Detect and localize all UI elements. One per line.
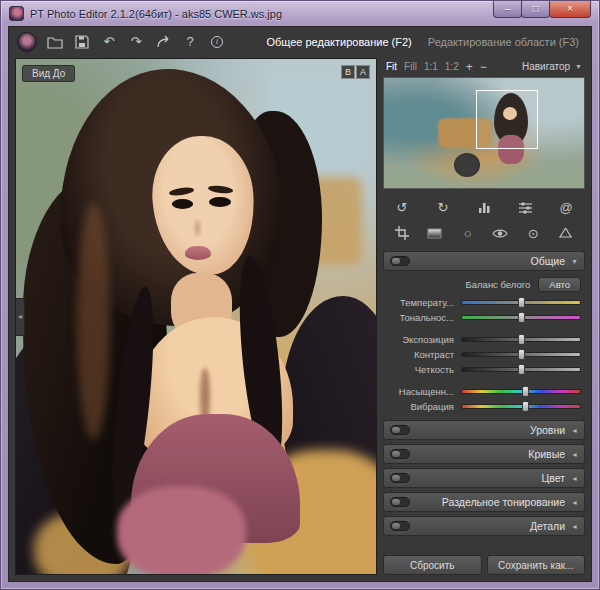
before-button[interactable]: B [341, 65, 355, 79]
share-icon[interactable] [154, 33, 172, 51]
levels-title: Уровни [530, 424, 565, 436]
navigator-thumbnail[interactable] [383, 77, 585, 189]
window-controls: – □ × [494, 1, 591, 18]
app-icon [9, 6, 24, 21]
chevron-down-icon: ▼ [575, 63, 582, 70]
temperature-track[interactable] [461, 300, 581, 305]
contrast-thumb[interactable] [518, 349, 525, 360]
split-toning-toggle-switch[interactable] [390, 497, 410, 507]
general-body: Баланс белого Авто Температу... Тонально… [383, 271, 585, 416]
temperature-label: Температу... [385, 297, 461, 308]
section-levels[interactable]: Уровни ◄ [383, 420, 585, 440]
vignette-icon[interactable]: ○ [456, 223, 480, 243]
tint-thumb[interactable] [518, 312, 525, 323]
temperature-thumb[interactable] [518, 297, 525, 308]
details-toggle-switch[interactable] [390, 521, 410, 531]
section-split-toning[interactable]: Раздельное тонирование ◄ [383, 492, 585, 512]
rotate-right-icon[interactable]: ↻ [431, 197, 455, 217]
left-panel-collapse-handle[interactable]: ◄ [16, 298, 25, 336]
minimize-button[interactable]: – [493, 1, 522, 18]
chevron-left-icon: ◄ [571, 475, 578, 482]
tab-general-editing[interactable]: Общее редактирование (F2) [266, 36, 411, 48]
general-title: Общие [531, 255, 566, 267]
save-icon[interactable] [73, 33, 91, 51]
details-title: Детали [530, 520, 565, 532]
clarity-label: Четкость [385, 364, 461, 375]
photo-canvas [16, 59, 376, 574]
slider-tint: Тональнос... [385, 310, 581, 325]
client-area: ↶ ↷ ? i Общее редактирование (F2) Редакт… [8, 26, 592, 582]
tool-row-retouch: ○ ⊙ [383, 221, 585, 245]
contrast-label: Контраст [385, 349, 461, 360]
undo-icon[interactable]: ↶ [100, 33, 118, 51]
levels-toggle-switch[interactable] [390, 425, 410, 435]
toolbar: ↶ ↷ ? i Общее редактирование (F2) Редакт… [9, 27, 591, 56]
tool-row-transform: ↺ ↻ @ [383, 195, 585, 219]
chevron-left-icon: ◄ [571, 451, 578, 458]
section-color[interactable]: Цвет ◄ [383, 468, 585, 488]
after-button[interactable]: A [356, 65, 370, 79]
zoom-1-2-button[interactable]: 1:2 [445, 61, 459, 72]
auto-white-balance-button[interactable]: Авто [538, 277, 581, 292]
right-panel: Fit Fill 1:1 1:2 + − Навигатор ▼ [383, 58, 585, 575]
zoom-in-button[interactable]: + [466, 61, 473, 73]
white-balance-label: Баланс белого [466, 279, 531, 290]
exposure-track[interactable] [461, 337, 581, 342]
vibrance-thumb[interactable] [522, 401, 529, 412]
zoom-fit-button[interactable]: Fit [386, 61, 397, 72]
main-area: Вид До B A ◄ Fit Fill 1:1 1:2 + − Навиг [9, 56, 591, 581]
tab-area-editing[interactable]: Редактирование области (F3) [428, 36, 579, 48]
footer-buttons: Сбросить Сохранить как... [383, 549, 585, 575]
redo-icon[interactable]: ↷ [127, 33, 145, 51]
open-folder-icon[interactable] [46, 33, 64, 51]
saturation-track[interactable] [461, 389, 581, 394]
save-as-button[interactable]: Сохранить как... [487, 555, 586, 575]
contrast-track[interactable] [461, 352, 581, 357]
vibrance-label: Вибрация [385, 401, 461, 412]
navigator-header[interactable]: Навигатор ▼ [522, 61, 582, 72]
image-preview[interactable]: Вид До B A ◄ [15, 58, 377, 575]
painting-hair-highlight [77, 203, 109, 440]
curves-toggle-switch[interactable] [390, 449, 410, 459]
denoise-icon[interactable]: @ [554, 197, 578, 217]
navigator-view-rect[interactable] [476, 90, 538, 149]
straighten-icon[interactable] [554, 223, 578, 243]
adjust-sliders-icon[interactable] [513, 197, 537, 217]
zoom-out-button[interactable]: − [480, 61, 487, 73]
gradient-filter-icon[interactable] [423, 223, 447, 243]
slider-contrast: Контраст [385, 347, 581, 362]
clone-stamp-icon[interactable]: ⊙ [521, 223, 545, 243]
zoom-1-1-button[interactable]: 1:1 [424, 61, 438, 72]
reset-button[interactable]: Сбросить [383, 555, 482, 575]
histogram-icon[interactable] [472, 197, 496, 217]
slider-temperature: Температу... [385, 295, 581, 310]
white-balance-row: Баланс белого Авто [385, 276, 581, 292]
close-button[interactable]: × [549, 1, 591, 18]
clarity-track[interactable] [461, 367, 581, 372]
general-toggle-switch[interactable] [390, 256, 410, 266]
chevron-left-icon: ◄ [571, 523, 578, 530]
chevron-left-icon: ◄ [571, 499, 578, 506]
clarity-thumb[interactable] [518, 364, 525, 375]
mode-tabs: Общее редактирование (F2) Редактирование… [266, 36, 583, 48]
zoom-fill-button[interactable]: Fill [404, 61, 417, 72]
exposure-thumb[interactable] [518, 334, 525, 345]
info-icon[interactable]: i [208, 33, 226, 51]
saturation-thumb[interactable] [522, 386, 529, 397]
section-details[interactable]: Детали ◄ [383, 516, 585, 536]
maximize-button[interactable]: □ [521, 1, 550, 18]
crop-icon[interactable] [390, 223, 414, 243]
rotate-left-icon[interactable]: ↺ [390, 197, 414, 217]
painting-eye-right [209, 197, 231, 207]
tint-track[interactable] [461, 315, 581, 320]
vibrance-track[interactable] [461, 404, 581, 409]
painting-lips [185, 246, 211, 260]
curves-title: Кривые [528, 448, 565, 460]
color-toggle-switch[interactable] [390, 473, 410, 483]
info-glyph: i [211, 36, 223, 48]
section-curves[interactable]: Кривые ◄ [383, 444, 585, 464]
help-icon[interactable]: ? [181, 33, 199, 51]
section-general-header[interactable]: Общие ▼ [383, 251, 585, 271]
slider-saturation: Насыщенн... [385, 384, 581, 399]
red-eye-icon[interactable] [488, 223, 512, 243]
